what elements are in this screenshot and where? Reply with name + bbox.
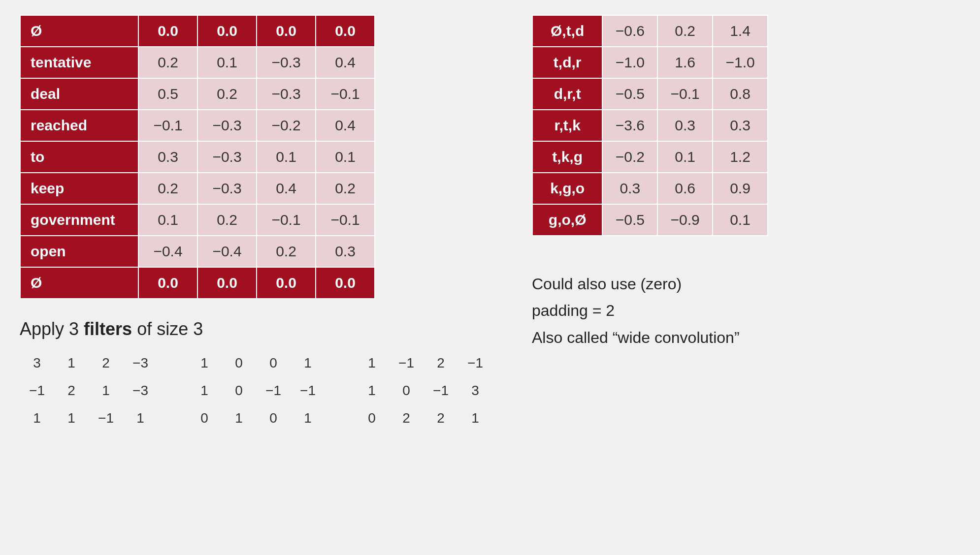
filter-cell: 1: [54, 404, 89, 432]
table-cell: 0.1: [316, 141, 375, 173]
filter-cell: −1: [458, 349, 492, 377]
row-header: tentative: [20, 47, 138, 78]
filter-cell: 0: [256, 404, 291, 432]
filter-cell: 1: [89, 377, 123, 404]
table-row: g,o,Ø−0.5−0.90.1: [532, 204, 768, 236]
table-cell: 0.3: [316, 236, 375, 267]
table-cell: −0.1: [316, 204, 375, 236]
filter-cell: 0: [355, 404, 389, 432]
table-cell: 0.1: [257, 141, 316, 173]
table-cell: −0.6: [602, 15, 657, 47]
main-layout: Ø0.00.00.00.0tentative0.20.1−0.30.4deal0…: [20, 15, 960, 432]
filter-cell: 0: [187, 404, 222, 432]
table-row: k,g,o0.30.60.9: [532, 173, 768, 204]
table-cell: −1.0: [713, 47, 768, 78]
table-cell: −0.1: [257, 204, 316, 236]
table-cell: 0.8: [713, 78, 768, 110]
table-cell: 0.3: [713, 110, 768, 141]
table-cell: −0.1: [657, 78, 713, 110]
filter-cell: 2: [389, 404, 424, 432]
filter-cell: 2: [424, 349, 458, 377]
note-line2: padding = 2: [532, 297, 768, 324]
table-cell: 0.0: [138, 15, 197, 47]
filter-cell: −1: [291, 377, 325, 404]
filter-grid: 100110−1−10101: [187, 349, 325, 432]
table-row: d,r,t−0.5−0.10.8: [532, 78, 768, 110]
table-cell: 0.0: [257, 267, 316, 299]
table-row: open−0.4−0.40.20.3: [20, 236, 375, 267]
table-cell: −0.3: [257, 47, 316, 78]
table-cell: 0.0: [197, 267, 257, 299]
table-cell: 1.4: [713, 15, 768, 47]
table-row: deal0.50.2−0.3−0.1: [20, 78, 375, 110]
filter-cell: 1: [458, 404, 492, 432]
filter-cell: 1: [291, 349, 325, 377]
filter-title-bold: filters: [84, 319, 132, 339]
filter-cell: −1: [89, 404, 123, 432]
table-cell: −0.4: [138, 236, 197, 267]
right-table: Ø,t,d−0.60.21.4t,d,r−1.01.6−1.0d,r,t−0.5…: [532, 15, 768, 236]
table-cell: −0.3: [197, 173, 257, 204]
filter-cell: 2: [424, 404, 458, 432]
table-row: reached−0.1−0.3−0.20.4: [20, 110, 375, 141]
table-cell: −0.2: [602, 141, 657, 173]
table-cell: −0.1: [316, 78, 375, 110]
note-line3: Also called “wide convolution”: [532, 324, 768, 351]
table-cell: 0.1: [138, 204, 197, 236]
table-cell: 0.4: [316, 47, 375, 78]
filter-cell: 1: [54, 349, 89, 377]
filter-cell: 2: [89, 349, 123, 377]
note-line1: Could also use (zero): [532, 271, 768, 297]
filter-cell: 0: [389, 377, 424, 404]
filter-cell: 1: [187, 377, 222, 404]
filter-cell: −1: [256, 377, 291, 404]
filter-cell: −3: [123, 349, 158, 377]
notes: Could also use (zero) padding = 2 Also c…: [532, 271, 768, 351]
filter-cell: −1: [424, 377, 458, 404]
filter-cell: 1: [355, 349, 389, 377]
table-cell: −3.6: [602, 110, 657, 141]
table-cell: −0.1: [138, 110, 197, 141]
table-cell: 0.0: [197, 15, 257, 47]
filter-cell: 1: [123, 404, 158, 432]
filter-section: Apply 3 filters of size 3 312−3−121−311−…: [20, 319, 492, 432]
left-section: Ø0.00.00.00.0tentative0.20.1−0.30.4deal0…: [20, 15, 492, 432]
row-header: d,r,t: [532, 78, 602, 110]
table-cell: 0.2: [197, 204, 257, 236]
table-cell: −0.2: [257, 110, 316, 141]
table-cell: 0.4: [257, 173, 316, 204]
row-header: Ø: [20, 15, 138, 47]
table-cell: −0.3: [197, 141, 257, 173]
filter-cell: 3: [20, 349, 54, 377]
table-row: r,t,k−3.60.30.3: [532, 110, 768, 141]
table-cell: −0.4: [197, 236, 257, 267]
table-cell: −0.9: [657, 204, 713, 236]
row-header: t,k,g: [532, 141, 602, 173]
table-cell: 0.0: [316, 267, 375, 299]
row-header: government: [20, 204, 138, 236]
table-cell: 0.3: [657, 110, 713, 141]
filter-cell: 1: [222, 404, 256, 432]
table-cell: 0.2: [657, 15, 713, 47]
filter-title: Apply 3 filters of size 3: [20, 319, 492, 339]
filter-title-prefix: Apply 3: [20, 319, 84, 339]
table-cell: 1.2: [713, 141, 768, 173]
filter-cell: −1: [389, 349, 424, 377]
table-cell: 0.9: [713, 173, 768, 204]
table-cell: 0.1: [657, 141, 713, 173]
table-row: keep0.2−0.30.40.2: [20, 173, 375, 204]
table-cell: 0.1: [197, 47, 257, 78]
table-row: tentative0.20.1−0.30.4: [20, 47, 375, 78]
filter-cell: −3: [123, 377, 158, 404]
filter-grid: 312−3−121−311−11: [20, 349, 158, 432]
table-row: Ø,t,d−0.60.21.4: [532, 15, 768, 47]
filter-grid: 1−12−110−130221: [355, 349, 492, 432]
table-cell: 0.0: [316, 15, 375, 47]
row-header: deal: [20, 78, 138, 110]
filter-cell: 3: [458, 377, 492, 404]
row-header: r,t,k: [532, 110, 602, 141]
table-cell: 0.2: [197, 78, 257, 110]
row-header: reached: [20, 110, 138, 141]
table-cell: 0.2: [138, 47, 197, 78]
filter-cell: 1: [20, 404, 54, 432]
